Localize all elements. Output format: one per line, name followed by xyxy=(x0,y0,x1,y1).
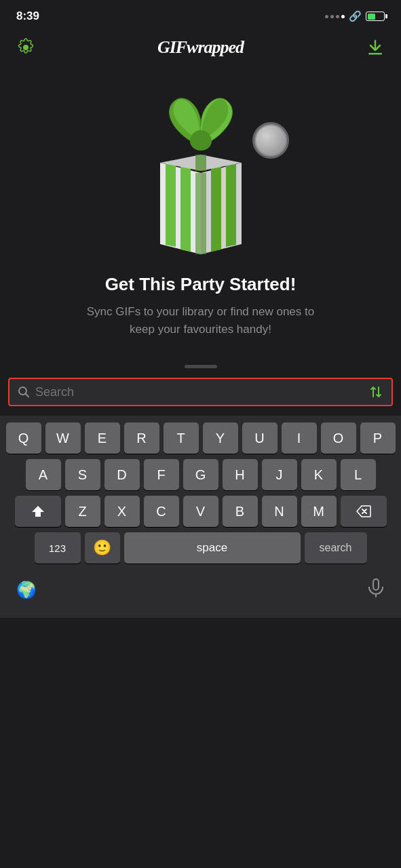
record-button[interactable] xyxy=(252,122,289,159)
keyboard: Q W E R T Y U I O P A S D F G H J K L Z … xyxy=(0,416,401,573)
key-f[interactable]: F xyxy=(144,459,179,490)
keyboard-row-1: Q W E R T Y U I O P xyxy=(3,422,398,454)
microphone-icon[interactable] xyxy=(367,578,385,601)
search-input[interactable] xyxy=(35,385,368,399)
key-c[interactable]: C xyxy=(144,496,179,527)
emoji-key[interactable]: 🙂 xyxy=(85,532,120,564)
svg-rect-0 xyxy=(368,53,382,55)
link-icon: 🔗 xyxy=(349,10,362,22)
key-r[interactable]: R xyxy=(124,422,159,454)
key-a[interactable]: A xyxy=(26,459,61,490)
main-content: Get This Party Started! Sync GIFs to you… xyxy=(0,68,401,344)
search-icon xyxy=(18,386,30,398)
key-e[interactable]: E xyxy=(85,422,120,454)
signal-dot-3 xyxy=(336,15,339,18)
key-l[interactable]: L xyxy=(341,459,376,490)
status-time: 8:39 xyxy=(16,9,39,23)
shift-key[interactable] xyxy=(15,496,61,527)
status-bar: 8:39 🔗 xyxy=(0,0,401,30)
download-icon xyxy=(366,38,385,57)
bottom-bar: 🌍 xyxy=(0,573,401,618)
logo-container xyxy=(126,81,275,258)
key-n[interactable]: N xyxy=(262,496,297,527)
space-key[interactable]: space xyxy=(124,532,301,564)
key-w[interactable]: W xyxy=(45,422,81,454)
globe-icon[interactable]: 🌍 xyxy=(16,580,37,599)
signal-dots xyxy=(325,15,345,18)
battery-icon xyxy=(366,12,385,21)
key-u[interactable]: U xyxy=(242,422,278,454)
svg-rect-4 xyxy=(373,579,379,590)
backspace-key[interactable] xyxy=(341,496,387,527)
keyboard-row-2: A S D F G H J K L xyxy=(3,459,398,490)
battery-fill xyxy=(368,14,376,20)
keyboard-row-3: Z X C V B N M xyxy=(3,496,398,527)
numbers-key[interactable]: 123 xyxy=(35,532,81,564)
key-g[interactable]: G xyxy=(183,459,218,490)
drag-handle[interactable] xyxy=(185,365,217,368)
key-b[interactable]: B xyxy=(223,496,258,527)
signal-dot-1 xyxy=(325,15,328,18)
keyboard-row-4: 123 🙂 space search xyxy=(3,532,398,564)
sort-icon[interactable] xyxy=(368,384,383,399)
main-subheading: Sync GIFs to your library or find new on… xyxy=(85,303,316,338)
key-d[interactable]: D xyxy=(104,459,140,490)
key-p[interactable]: P xyxy=(360,422,396,454)
key-x[interactable]: X xyxy=(104,496,140,527)
signal-dot-2 xyxy=(330,15,334,18)
key-k[interactable]: K xyxy=(301,459,337,490)
key-m[interactable]: M xyxy=(301,496,337,527)
status-icons: 🔗 xyxy=(325,10,385,22)
key-i[interactable]: I xyxy=(282,422,317,454)
search-bar[interactable] xyxy=(8,378,393,406)
key-o[interactable]: O xyxy=(321,422,356,454)
record-button-inner xyxy=(256,125,286,155)
key-h[interactable]: H xyxy=(223,459,258,490)
gear-icon xyxy=(16,38,35,57)
gift-logo xyxy=(126,81,275,258)
key-z[interactable]: Z xyxy=(65,496,100,527)
key-q[interactable]: Q xyxy=(6,422,41,454)
key-s[interactable]: S xyxy=(65,459,100,490)
download-button[interactable] xyxy=(363,35,387,60)
key-v[interactable]: V xyxy=(183,496,218,527)
key-j[interactable]: J xyxy=(262,459,297,490)
svg-point-2 xyxy=(191,130,210,146)
signal-dot-4 xyxy=(341,15,345,18)
key-y[interactable]: Y xyxy=(203,422,238,454)
app-header: GIFwrapped xyxy=(0,30,401,68)
key-t[interactable]: T xyxy=(164,422,199,454)
search-key[interactable]: search xyxy=(305,532,367,564)
main-heading: Get This Party Started! xyxy=(105,274,297,295)
drag-handle-area xyxy=(0,344,401,375)
settings-button[interactable] xyxy=(14,35,38,60)
app-title: GIFwrapped xyxy=(157,37,244,58)
